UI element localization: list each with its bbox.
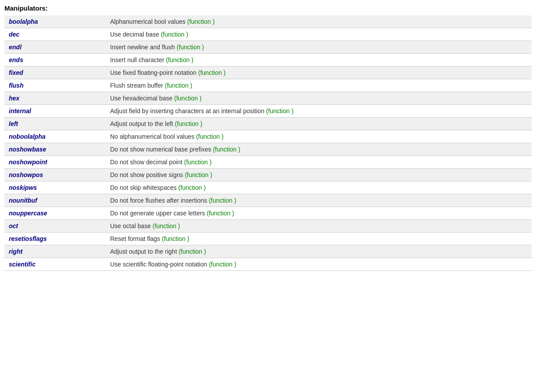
manipulator-description: Use octal base (function ) — [106, 220, 532, 233]
function-tag: (function ) — [179, 248, 206, 255]
description-text: Do not show numerical base prefixes — [110, 146, 213, 153]
function-tag: (function ) — [165, 82, 192, 89]
manipulator-description: Use fixed floating-point notation (funct… — [106, 67, 532, 79]
manipulator-description: No alphanumerical bool values (function … — [106, 130, 532, 143]
manipulator-name[interactable]: noskipws — [4, 181, 106, 194]
title-text: Manipulators — [4, 4, 45, 12]
manipulator-name[interactable]: scientific — [4, 258, 106, 271]
manipulator-name[interactable]: flush — [4, 79, 106, 92]
description-text: Adjust output to the left — [110, 120, 175, 127]
table-row: endlInsert newline and flush (function ) — [4, 41, 532, 54]
description-text: Do not force flushes after insertions — [110, 197, 209, 204]
manipulator-name[interactable]: fixed — [4, 67, 106, 79]
description-text: Do not skip whitespaces — [110, 184, 178, 191]
manipulator-description: Insert null character (function ) — [106, 54, 532, 67]
function-tag: (function ) — [174, 95, 202, 102]
manipulator-description: Do not show decimal point (function ) — [106, 156, 532, 169]
table-row: rightAdjust output to the right (functio… — [4, 245, 532, 258]
manipulator-name[interactable]: boolalpha — [4, 15, 106, 28]
function-tag: (function ) — [198, 69, 225, 76]
description-text: No alphanumerical bool values — [110, 133, 196, 140]
description-text: Use hexadecimal base — [110, 95, 174, 102]
table-row: flushFlush stream buffer (function ) — [4, 79, 532, 92]
table-row: scientificUse scientific floating-point … — [4, 258, 532, 271]
table-row: octUse octal base (function ) — [4, 220, 532, 233]
function-tag: (function ) — [177, 44, 204, 51]
table-row: noboolalphaNo alphanumerical bool values… — [4, 130, 532, 143]
description-text: Insert newline and flush — [110, 44, 177, 51]
function-tag: (function ) — [213, 146, 240, 153]
function-tag: (function ) — [162, 235, 189, 242]
section-title: Manipulators: — [4, 4, 532, 12]
table-row: decUse decimal base (function ) — [4, 28, 532, 41]
function-tag: (function ) — [209, 197, 236, 204]
function-tag: (function ) — [196, 133, 223, 140]
title-colon: : — [45, 4, 48, 12]
manipulator-description: Use decimal base (function ) — [106, 28, 532, 41]
manipulator-name[interactable]: noshowpoint — [4, 156, 106, 169]
table-row: leftAdjust output to the left (function … — [4, 118, 532, 130]
manipulator-description: Adjust output to the left (function ) — [106, 118, 532, 130]
description-text: Adjust field by inserting characters at … — [110, 107, 266, 115]
table-row: resetiosflagsReset format flags (functio… — [4, 233, 532, 245]
function-tag: (function ) — [161, 31, 188, 38]
manipulator-name[interactable]: internal — [4, 105, 106, 118]
function-tag: (function ) — [178, 184, 206, 191]
manipulator-name[interactable]: ends — [4, 54, 106, 67]
manipulator-name[interactable]: endl — [4, 41, 106, 54]
manipulator-description: Flush stream buffer (function ) — [106, 79, 532, 92]
manipulator-name[interactable]: noshowpos — [4, 169, 106, 181]
manipulator-name[interactable]: oct — [4, 220, 106, 233]
manipulator-name[interactable]: dec — [4, 28, 106, 41]
table-row: nounitbufDo not force flushes after inse… — [4, 194, 532, 207]
manipulator-description: Adjust output to the right (function ) — [106, 245, 532, 258]
function-tag: (function ) — [166, 56, 193, 63]
manipulator-name[interactable]: nouppercase — [4, 207, 106, 220]
manipulator-description: Alphanumerical bool values (function ) — [106, 15, 532, 28]
description-text: Use decimal base — [110, 31, 161, 38]
manipulator-name[interactable]: resetiosflags — [4, 233, 106, 245]
function-tag: (function ) — [187, 18, 214, 25]
function-tag: (function ) — [153, 222, 180, 229]
manipulator-description: Do not generate upper case letters (func… — [106, 207, 532, 220]
function-tag: (function ) — [185, 171, 212, 178]
description-text: Insert null character — [110, 56, 166, 63]
table-row: internalAdjust field by inserting charac… — [4, 105, 532, 118]
manipulator-name[interactable]: noboolalpha — [4, 130, 106, 143]
table-row: noskipwsDo not skip whitespaces (functio… — [4, 181, 532, 194]
description-text: Use octal base — [110, 222, 153, 229]
manipulator-description: Use hexadecimal base (function ) — [106, 92, 532, 105]
manipulator-description: Insert newline and flush (function ) — [106, 41, 532, 54]
description-text: Reset format flags — [110, 235, 162, 242]
function-tag: (function ) — [209, 261, 236, 268]
manipulator-name[interactable]: nounitbuf — [4, 194, 106, 207]
description-text: Do not generate upper case letters — [110, 210, 207, 217]
description-text: Use fixed floating-point notation — [110, 69, 198, 76]
function-tag: (function ) — [184, 159, 211, 166]
table-row: fixedUse fixed floating-point notation (… — [4, 67, 532, 79]
manipulator-name[interactable]: noshowbase — [4, 143, 106, 156]
description-text: Do not show positive signs — [110, 171, 185, 178]
description-text: Do not show decimal point — [110, 159, 184, 166]
manipulator-name[interactable]: left — [4, 118, 106, 130]
table-row: noshowpointDo not show decimal point (fu… — [4, 156, 532, 169]
function-tag: (function ) — [175, 120, 202, 127]
manipulator-description: Do not show numerical base prefixes (fun… — [106, 143, 532, 156]
manipulator-description: Adjust field by inserting characters at … — [106, 105, 532, 118]
description-text: Alphanumerical bool values — [110, 18, 187, 25]
manipulator-description: Do not skip whitespaces (function ) — [106, 181, 532, 194]
manipulator-description: Reset format flags (function ) — [106, 233, 532, 245]
description-text: Use scientific floating-point notation — [110, 261, 209, 268]
manipulator-description: Use scientific floating-point notation (… — [106, 258, 532, 271]
table-row: nouppercaseDo not generate upper case le… — [4, 207, 532, 220]
table-row: noshowbaseDo not show numerical base pre… — [4, 143, 532, 156]
manipulator-name[interactable]: right — [4, 245, 106, 258]
function-tag: (function ) — [266, 107, 293, 115]
description-text: Flush stream buffer — [110, 82, 165, 89]
table-row: noshowposDo not show positive signs (fun… — [4, 169, 532, 181]
manipulator-name[interactable]: hex — [4, 92, 106, 105]
table-row: endsInsert null character (function ) — [4, 54, 532, 67]
description-text: Adjust output to the right — [110, 248, 179, 255]
manipulator-description: Do not show positive signs (function ) — [106, 169, 532, 181]
function-tag: (function ) — [207, 210, 234, 217]
